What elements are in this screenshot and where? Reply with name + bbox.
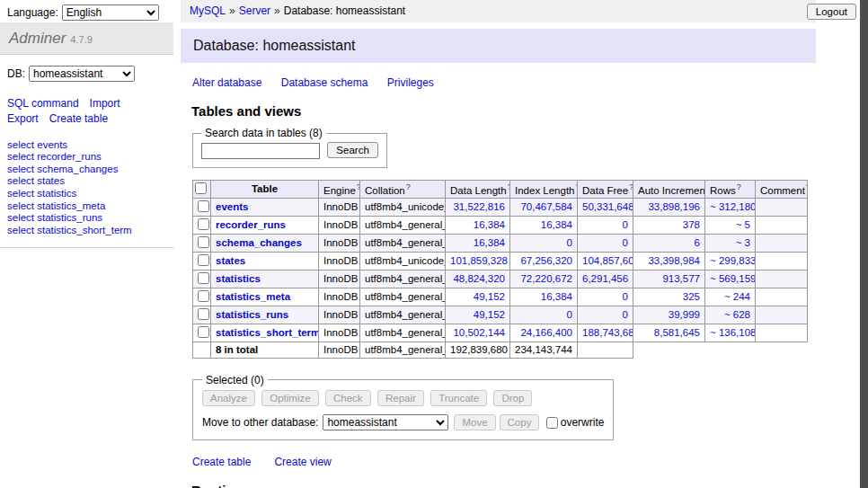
sidebar-item-select-recorder-runs[interactable]: select recorder_runs [7, 151, 166, 164]
table-name-link[interactable]: statistics_short_term [216, 327, 319, 338]
auto-increment-link[interactable]: 8,581,645 [654, 327, 700, 338]
sidebar-item-select-events[interactable]: select events [7, 139, 166, 152]
rows-count-link[interactable]: ~ 244 [724, 291, 750, 302]
rows-count-link[interactable]: ~ 136,108 [710, 327, 756, 338]
row-checkbox[interactable] [198, 218, 209, 230]
create-view-link[interactable]: Create view [274, 456, 331, 468]
sidebar-item-select-statistics-meta[interactable]: select statistics_meta [7, 200, 166, 213]
sidebar-item-select-statistics-short-term[interactable]: select statistics_short_term [7, 225, 166, 237]
database-schema-link[interactable]: Database schema [281, 76, 368, 89]
row-checkbox[interactable] [198, 236, 209, 248]
help-icon[interactable]: ? [406, 182, 411, 191]
row-checkbox[interactable] [198, 272, 209, 284]
export-link[interactable]: Export [7, 112, 39, 125]
data-free-link[interactable]: 188,743,680 [582, 327, 633, 338]
repair-button[interactable]: Repair [377, 390, 424, 406]
data-length-link[interactable]: 49,152 [474, 309, 505, 320]
table-name-link[interactable]: statistics [216, 273, 261, 284]
breadcrumb-mysql-link[interactable]: MySQL [190, 4, 226, 17]
auto-increment-link[interactable]: 33,898,196 [648, 201, 700, 212]
help-icon[interactable]: ? [737, 182, 741, 191]
auto-increment-link[interactable]: 39,999 [669, 309, 700, 320]
sidebar-item-select-states[interactable]: select states [7, 175, 166, 188]
table-name-link[interactable]: recorder_runs [216, 219, 286, 230]
move-database-select[interactable]: homeassistant [323, 414, 448, 430]
privileges-link[interactable]: Privileges [387, 76, 434, 89]
help-icon[interactable]: ? [806, 182, 808, 191]
rows-count-link[interactable]: ~ 3 [736, 237, 750, 248]
breadcrumb-server-link[interactable]: Server [239, 4, 270, 17]
import-link[interactable]: Import [90, 97, 120, 110]
rows-count-link[interactable]: ~ 312,180 [710, 201, 756, 212]
table-name-link[interactable]: states [216, 255, 245, 266]
auto-increment-link[interactable]: 913,577 [662, 273, 700, 284]
index-length-link[interactable]: 0 [567, 309, 572, 320]
data-free-link[interactable]: 50,331,648 [582, 201, 633, 212]
sidebar-item-select-statistics[interactable]: select statistics [7, 188, 166, 200]
scrollbar[interactable] [860, 0, 868, 488]
auto-increment-link[interactable]: 325 [683, 291, 700, 302]
index-length-link[interactable]: 72,220,672 [520, 273, 572, 284]
data-length-link[interactable]: 10,502,144 [453, 327, 505, 338]
data-length-link[interactable]: 48,824,320 [453, 273, 505, 284]
table-name-link[interactable]: statistics_meta [216, 291, 290, 302]
copy-button[interactable]: Copy [500, 414, 540, 430]
language-select[interactable]: English [62, 4, 159, 21]
data-free-link[interactable]: 104,857,600 [582, 255, 633, 266]
logout-button[interactable]: Logout [807, 4, 856, 20]
sql-command-link[interactable]: SQL command [7, 97, 79, 110]
help-icon[interactable]: ? [357, 182, 360, 191]
rows-count-link[interactable]: ~ 569,159 [710, 273, 756, 284]
data-free-link[interactable]: 0 [623, 291, 628, 302]
rows-count-link[interactable]: ~ 628 [724, 309, 750, 320]
sidebar-item-select-statistics-runs[interactable]: select statistics_runs [7, 212, 166, 225]
search-input[interactable] [201, 143, 320, 159]
create-table-link[interactable]: Create table [49, 112, 108, 125]
row-checkbox[interactable] [198, 200, 209, 212]
rows-count-link[interactable]: ~ 5 [736, 219, 750, 230]
data-length-link[interactable]: 31,522,816 [453, 201, 505, 212]
search-fieldset: Search data in tables (8) Search [192, 127, 387, 168]
select-all-checkbox[interactable] [195, 182, 207, 194]
alter-database-link[interactable]: Alter database [192, 76, 261, 89]
index-length-link[interactable]: 24,166,400 [520, 327, 572, 338]
move-button[interactable]: Move [454, 414, 495, 430]
create-table-link-bottom[interactable]: Create table [192, 456, 251, 468]
table-name-link[interactable]: statistics_runs [216, 309, 288, 320]
analyze-button[interactable]: Analyze [202, 390, 255, 406]
check-button[interactable]: Check [325, 390, 371, 406]
data-free-link[interactable]: 6,291,456 [582, 273, 628, 284]
data-length-link[interactable]: 16,384 [474, 219, 505, 230]
index-length-link[interactable]: 0 [567, 237, 572, 248]
db-select[interactable]: homeassistant [29, 66, 135, 82]
auto-increment-link[interactable]: 33,398,984 [648, 255, 700, 266]
sidebar-item-select-schema-changes[interactable]: select schema_changes [7, 164, 166, 176]
row-checkbox[interactable] [198, 326, 209, 338]
row-checkbox[interactable] [198, 308, 209, 320]
auto-increment-link[interactable]: 378 [683, 219, 700, 230]
data-free-link[interactable]: 0 [623, 219, 628, 230]
data-free-link[interactable]: 0 [623, 237, 628, 248]
data-length-link[interactable]: 49,152 [474, 291, 505, 302]
index-length-link[interactable]: 16,384 [541, 219, 572, 230]
truncate-button[interactable]: Truncate [430, 390, 487, 406]
row-checkbox[interactable] [198, 254, 209, 266]
data-length-link[interactable]: 16,384 [474, 237, 505, 248]
collation-cell: utf8mb4_general_ci [360, 270, 446, 288]
total-index-length: 234,143,744 [510, 342, 578, 358]
index-length-link[interactable]: 16,384 [541, 291, 572, 302]
row-checkbox[interactable] [198, 290, 209, 302]
rows-count-link[interactable]: ~ 299,833 [710, 255, 756, 266]
table-name-link[interactable]: events [216, 201, 248, 212]
data-free-link[interactable]: 0 [623, 309, 628, 320]
drop-button[interactable]: Drop [493, 390, 532, 406]
optimize-button[interactable]: Optimize [261, 390, 318, 406]
help-icon[interactable]: ? [629, 182, 633, 191]
overwrite-checkbox[interactable] [546, 417, 558, 429]
table-name-link[interactable]: schema_changes [216, 237, 302, 248]
index-length-link[interactable]: 67,256,320 [520, 255, 572, 266]
search-button[interactable]: Search [327, 142, 377, 158]
index-length-link[interactable]: 70,467,584 [520, 201, 572, 212]
auto-increment-link[interactable]: 6 [695, 237, 700, 248]
data-length-link[interactable]: 101,859,328 [450, 255, 508, 266]
